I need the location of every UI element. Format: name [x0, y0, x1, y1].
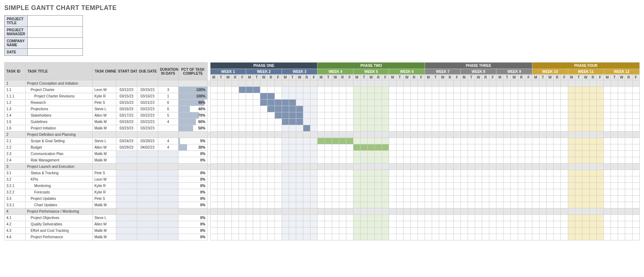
gantt-day-cell[interactable] [360, 170, 367, 176]
gantt-day-cell[interactable] [539, 157, 547, 164]
gantt-day-cell[interactable] [446, 234, 453, 240]
cell-pct-complete[interactable]: 30% [178, 144, 208, 151]
gantt-day-cell[interactable] [275, 202, 282, 208]
gantt-day-cell[interactable] [318, 215, 325, 221]
gantt-day-cell[interactable] [389, 170, 396, 176]
gantt-day-cell[interactable] [632, 170, 639, 176]
gantt-day-cell[interactable] [246, 125, 253, 132]
gantt-day-cell[interactable] [332, 93, 339, 100]
gantt-day-cell[interactable] [589, 100, 596, 106]
cell-task-title[interactable]: Project Initiation [26, 125, 93, 132]
gantt-day-cell[interactable] [604, 119, 611, 125]
gantt-day-cell[interactable] [246, 183, 253, 189]
gantt-day-cell[interactable] [318, 112, 325, 119]
gantt-day-cell[interactable] [518, 228, 525, 234]
gantt-day-cell[interactable] [525, 125, 532, 132]
gantt-day-cell[interactable] [596, 202, 603, 208]
cell-duration[interactable]: 1 [158, 93, 178, 100]
gantt-day-cell[interactable] [582, 228, 589, 234]
gantt-day-cell[interactable] [554, 228, 561, 234]
gantt-day-cell[interactable] [618, 125, 625, 132]
gantt-day-cell[interactable] [239, 119, 246, 125]
gantt-day-cell[interactable] [325, 151, 332, 157]
cell-due-date[interactable] [137, 176, 158, 183]
gantt-day-cell[interactable] [496, 125, 504, 132]
gantt-day-cell[interactable] [561, 157, 568, 164]
gantt-day-cell[interactable] [410, 87, 417, 93]
gantt-day-cell[interactable] [518, 170, 525, 176]
gantt-day-cell[interactable] [325, 93, 332, 100]
gantt-day-cell[interactable] [439, 125, 446, 132]
gantt-day-cell[interactable] [224, 202, 231, 208]
gantt-day-cell[interactable] [275, 183, 282, 189]
gantt-day-cell[interactable] [282, 221, 289, 228]
gantt-day-cell[interactable] [289, 87, 296, 93]
gantt-day-cell[interactable] [275, 125, 282, 132]
gantt-day-cell[interactable] [375, 112, 382, 119]
gantt-day-cell[interactable] [260, 183, 267, 189]
gantt-day-cell[interactable] [417, 234, 425, 240]
gantt-day-cell[interactable] [525, 87, 532, 93]
gantt-day-cell[interactable] [618, 112, 625, 119]
gantt-day-cell[interactable] [518, 221, 525, 228]
gantt-day-cell[interactable] [604, 138, 611, 144]
gantt-day-cell[interactable] [475, 170, 482, 176]
gantt-day-cell[interactable] [453, 119, 461, 125]
gantt-day-cell[interactable] [210, 183, 217, 189]
gantt-day-cell[interactable] [210, 106, 217, 112]
gantt-day-cell[interactable] [611, 189, 618, 196]
gantt-day-cell[interactable] [496, 144, 504, 151]
gantt-day-cell[interactable] [518, 234, 525, 240]
gantt-day-cell[interactable] [575, 221, 582, 228]
gantt-day-cell[interactable] [210, 119, 217, 125]
gantt-day-cell[interactable] [518, 125, 525, 132]
gantt-day-cell[interactable] [539, 112, 547, 119]
gantt-day-cell[interactable] [468, 100, 475, 106]
gantt-day-cell[interactable] [303, 189, 310, 196]
gantt-day-cell[interactable] [596, 189, 603, 196]
gantt-day-cell[interactable] [217, 215, 224, 221]
gantt-day-cell[interactable] [475, 183, 482, 189]
gantt-day-cell[interactable] [246, 228, 253, 234]
gantt-day-cell[interactable] [267, 196, 275, 202]
gantt-day-cell[interactable] [496, 202, 504, 208]
gantt-day-cell[interactable] [382, 151, 389, 157]
gantt-day-cell[interactable] [554, 157, 561, 164]
gantt-day-cell[interactable] [446, 189, 453, 196]
gantt-day-cell[interactable] [504, 151, 511, 157]
gantt-day-cell[interactable] [267, 144, 275, 151]
gantt-day-cell[interactable] [511, 119, 518, 125]
cell-due-date[interactable]: 03/22/23 [137, 112, 158, 119]
gantt-day-cell[interactable] [432, 183, 439, 189]
gantt-day-cell[interactable] [489, 151, 496, 157]
gantt-day-cell[interactable] [346, 189, 353, 196]
gantt-day-cell[interactable] [611, 125, 618, 132]
gantt-day-cell[interactable] [439, 106, 446, 112]
gantt-day-cell[interactable] [325, 144, 332, 151]
gantt-day-cell[interactable] [267, 228, 275, 234]
gantt-day-cell[interactable] [382, 183, 389, 189]
gantt-day-cell[interactable] [568, 228, 575, 234]
gantt-day-cell[interactable] [561, 125, 568, 132]
gantt-day-cell[interactable] [339, 93, 346, 100]
gantt-day-cell[interactable] [282, 215, 289, 221]
gantt-day-cell[interactable] [482, 170, 489, 176]
gantt-day-cell[interactable] [396, 93, 403, 100]
gantt-day-cell[interactable] [532, 202, 539, 208]
gantt-day-cell[interactable] [504, 144, 511, 151]
gantt-day-cell[interactable] [353, 100, 360, 106]
cell-start-date[interactable]: 03/15/23 [116, 100, 137, 106]
gantt-day-cell[interactable] [482, 87, 489, 93]
gantt-day-cell[interactable] [375, 202, 382, 208]
gantt-day-cell[interactable] [518, 144, 525, 151]
gantt-day-cell[interactable] [632, 183, 639, 189]
gantt-day-cell[interactable] [518, 138, 525, 144]
gantt-day-cell[interactable] [446, 221, 453, 228]
gantt-day-cell[interactable] [425, 106, 432, 112]
gantt-day-cell[interactable] [210, 100, 217, 106]
gantt-day-cell[interactable] [239, 106, 246, 112]
gantt-day-cell[interactable] [253, 176, 260, 183]
gantt-day-cell[interactable] [604, 228, 611, 234]
gantt-day-cell[interactable] [425, 176, 432, 183]
gantt-day-cell[interactable] [532, 138, 539, 144]
